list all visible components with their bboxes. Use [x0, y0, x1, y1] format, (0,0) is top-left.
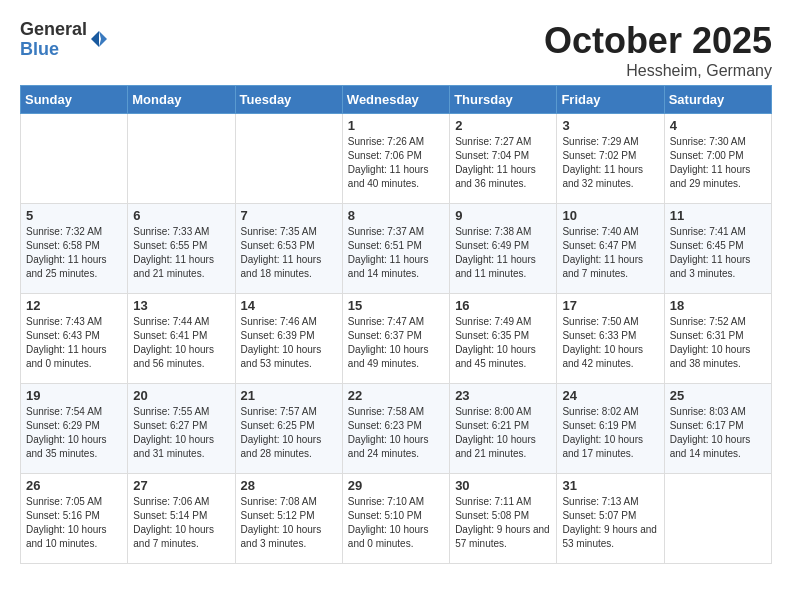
day-number: 22: [348, 388, 444, 403]
calendar-cell: 25Sunrise: 8:03 AMSunset: 6:17 PMDayligh…: [664, 384, 771, 474]
title-block: October 2025 Hessheim, Germany: [544, 20, 772, 80]
calendar-cell: [128, 114, 235, 204]
calendar-cell: 12Sunrise: 7:43 AMSunset: 6:43 PMDayligh…: [21, 294, 128, 384]
day-info: Sunrise: 7:57 AMSunset: 6:25 PMDaylight:…: [241, 405, 337, 461]
calendar-cell: 5Sunrise: 7:32 AMSunset: 6:58 PMDaylight…: [21, 204, 128, 294]
day-of-week-header: Friday: [557, 86, 664, 114]
calendar-cell: 9Sunrise: 7:38 AMSunset: 6:49 PMDaylight…: [450, 204, 557, 294]
month-title: October 2025: [544, 20, 772, 62]
day-info: Sunrise: 7:10 AMSunset: 5:10 PMDaylight:…: [348, 495, 444, 551]
day-info: Sunrise: 7:49 AMSunset: 6:35 PMDaylight:…: [455, 315, 551, 371]
day-info: Sunrise: 7:06 AMSunset: 5:14 PMDaylight:…: [133, 495, 229, 551]
day-number: 26: [26, 478, 122, 493]
calendar-cell: [235, 114, 342, 204]
day-info: Sunrise: 7:08 AMSunset: 5:12 PMDaylight:…: [241, 495, 337, 551]
day-number: 13: [133, 298, 229, 313]
day-info: Sunrise: 7:47 AMSunset: 6:37 PMDaylight:…: [348, 315, 444, 371]
calendar-cell: 27Sunrise: 7:06 AMSunset: 5:14 PMDayligh…: [128, 474, 235, 564]
calendar-cell: 17Sunrise: 7:50 AMSunset: 6:33 PMDayligh…: [557, 294, 664, 384]
day-number: 19: [26, 388, 122, 403]
calendar-table: SundayMondayTuesdayWednesdayThursdayFrid…: [20, 85, 772, 564]
calendar-cell: [664, 474, 771, 564]
logo-blue: Blue: [20, 40, 87, 60]
calendar-cell: 19Sunrise: 7:54 AMSunset: 6:29 PMDayligh…: [21, 384, 128, 474]
day-number: 7: [241, 208, 337, 223]
logo-icon: [89, 29, 109, 49]
day-of-week-header: Tuesday: [235, 86, 342, 114]
day-info: Sunrise: 7:29 AMSunset: 7:02 PMDaylight:…: [562, 135, 658, 191]
day-number: 21: [241, 388, 337, 403]
day-info: Sunrise: 7:50 AMSunset: 6:33 PMDaylight:…: [562, 315, 658, 371]
day-number: 17: [562, 298, 658, 313]
calendar-cell: 11Sunrise: 7:41 AMSunset: 6:45 PMDayligh…: [664, 204, 771, 294]
logo: General Blue: [20, 20, 109, 60]
calendar-cell: 28Sunrise: 7:08 AMSunset: 5:12 PMDayligh…: [235, 474, 342, 564]
day-number: 25: [670, 388, 766, 403]
calendar-cell: 22Sunrise: 7:58 AMSunset: 6:23 PMDayligh…: [342, 384, 449, 474]
day-of-week-header: Wednesday: [342, 86, 449, 114]
day-info: Sunrise: 7:33 AMSunset: 6:55 PMDaylight:…: [133, 225, 229, 281]
day-number: 2: [455, 118, 551, 133]
calendar-cell: 6Sunrise: 7:33 AMSunset: 6:55 PMDaylight…: [128, 204, 235, 294]
calendar-cell: 8Sunrise: 7:37 AMSunset: 6:51 PMDaylight…: [342, 204, 449, 294]
day-number: 1: [348, 118, 444, 133]
day-number: 24: [562, 388, 658, 403]
calendar-cell: 16Sunrise: 7:49 AMSunset: 6:35 PMDayligh…: [450, 294, 557, 384]
calendar-cell: 10Sunrise: 7:40 AMSunset: 6:47 PMDayligh…: [557, 204, 664, 294]
day-number: 11: [670, 208, 766, 223]
day-info: Sunrise: 7:37 AMSunset: 6:51 PMDaylight:…: [348, 225, 444, 281]
day-number: 9: [455, 208, 551, 223]
calendar-cell: 7Sunrise: 7:35 AMSunset: 6:53 PMDaylight…: [235, 204, 342, 294]
day-number: 18: [670, 298, 766, 313]
day-info: Sunrise: 7:58 AMSunset: 6:23 PMDaylight:…: [348, 405, 444, 461]
day-number: 29: [348, 478, 444, 493]
day-number: 4: [670, 118, 766, 133]
logo-general: General: [20, 20, 87, 40]
calendar-cell: 23Sunrise: 8:00 AMSunset: 6:21 PMDayligh…: [450, 384, 557, 474]
day-of-week-header: Monday: [128, 86, 235, 114]
day-number: 30: [455, 478, 551, 493]
day-number: 3: [562, 118, 658, 133]
day-info: Sunrise: 7:40 AMSunset: 6:47 PMDaylight:…: [562, 225, 658, 281]
day-number: 8: [348, 208, 444, 223]
calendar-cell: 3Sunrise: 7:29 AMSunset: 7:02 PMDaylight…: [557, 114, 664, 204]
day-number: 15: [348, 298, 444, 313]
calendar-cell: 1Sunrise: 7:26 AMSunset: 7:06 PMDaylight…: [342, 114, 449, 204]
calendar-cell: 18Sunrise: 7:52 AMSunset: 6:31 PMDayligh…: [664, 294, 771, 384]
day-number: 14: [241, 298, 337, 313]
day-info: Sunrise: 7:30 AMSunset: 7:00 PMDaylight:…: [670, 135, 766, 191]
day-number: 6: [133, 208, 229, 223]
calendar-cell: 21Sunrise: 7:57 AMSunset: 6:25 PMDayligh…: [235, 384, 342, 474]
day-info: Sunrise: 7:35 AMSunset: 6:53 PMDaylight:…: [241, 225, 337, 281]
day-of-week-header: Thursday: [450, 86, 557, 114]
day-info: Sunrise: 7:27 AMSunset: 7:04 PMDaylight:…: [455, 135, 551, 191]
day-number: 23: [455, 388, 551, 403]
day-info: Sunrise: 7:13 AMSunset: 5:07 PMDaylight:…: [562, 495, 658, 551]
calendar-cell: 15Sunrise: 7:47 AMSunset: 6:37 PMDayligh…: [342, 294, 449, 384]
day-number: 5: [26, 208, 122, 223]
day-of-week-header: Saturday: [664, 86, 771, 114]
day-number: 12: [26, 298, 122, 313]
calendar-cell: 14Sunrise: 7:46 AMSunset: 6:39 PMDayligh…: [235, 294, 342, 384]
day-of-week-header: Sunday: [21, 86, 128, 114]
calendar-cell: 30Sunrise: 7:11 AMSunset: 5:08 PMDayligh…: [450, 474, 557, 564]
day-info: Sunrise: 7:05 AMSunset: 5:16 PMDaylight:…: [26, 495, 122, 551]
calendar-cell: 13Sunrise: 7:44 AMSunset: 6:41 PMDayligh…: [128, 294, 235, 384]
day-number: 16: [455, 298, 551, 313]
svg-marker-1: [91, 31, 99, 47]
day-info: Sunrise: 7:41 AMSunset: 6:45 PMDaylight:…: [670, 225, 766, 281]
day-number: 20: [133, 388, 229, 403]
day-info: Sunrise: 8:03 AMSunset: 6:17 PMDaylight:…: [670, 405, 766, 461]
calendar-cell: [21, 114, 128, 204]
day-info: Sunrise: 7:26 AMSunset: 7:06 PMDaylight:…: [348, 135, 444, 191]
calendar-cell: 2Sunrise: 7:27 AMSunset: 7:04 PMDaylight…: [450, 114, 557, 204]
day-number: 28: [241, 478, 337, 493]
day-info: Sunrise: 7:46 AMSunset: 6:39 PMDaylight:…: [241, 315, 337, 371]
logo-text: General Blue: [20, 20, 87, 60]
day-info: Sunrise: 7:44 AMSunset: 6:41 PMDaylight:…: [133, 315, 229, 371]
calendar-cell: 29Sunrise: 7:10 AMSunset: 5:10 PMDayligh…: [342, 474, 449, 564]
day-info: Sunrise: 7:32 AMSunset: 6:58 PMDaylight:…: [26, 225, 122, 281]
day-info: Sunrise: 7:11 AMSunset: 5:08 PMDaylight:…: [455, 495, 551, 551]
calendar-cell: 4Sunrise: 7:30 AMSunset: 7:00 PMDaylight…: [664, 114, 771, 204]
svg-marker-0: [99, 31, 107, 47]
